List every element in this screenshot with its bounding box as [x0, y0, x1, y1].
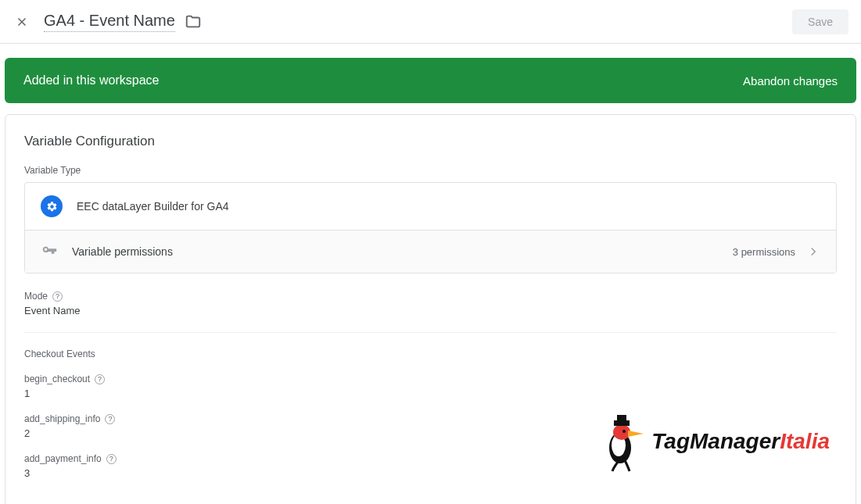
- variable-type-row[interactable]: EEC dataLayer Builder for GA4: [25, 183, 836, 231]
- variable-permissions-row[interactable]: Variable permissions 3 permissions: [25, 231, 836, 273]
- header: GA4 - Event Name Save: [0, 0, 861, 44]
- help-icon[interactable]: ?: [106, 454, 117, 464]
- svg-point-4: [613, 424, 630, 440]
- variable-type-label: Variable Type: [24, 165, 837, 176]
- watermark-logo: TagManagerItalia: [598, 410, 830, 473]
- mode-label: Mode: [24, 291, 48, 302]
- field-label: add_payment_info: [24, 453, 102, 464]
- key-icon: [41, 243, 58, 260]
- watermark-text2: Italia: [780, 429, 830, 453]
- variable-type-name: EEC dataLayer Builder for GA4: [77, 200, 229, 213]
- close-icon[interactable]: [13, 13, 31, 31]
- svg-point-8: [622, 430, 626, 433]
- field-value: 1: [24, 388, 837, 399]
- svg-rect-7: [617, 415, 626, 422]
- mode-value: Event Name: [24, 305, 837, 316]
- help-icon[interactable]: ?: [95, 374, 105, 384]
- permissions-label: Variable permissions: [72, 245, 173, 258]
- chevron-right-icon: [806, 245, 820, 259]
- svg-marker-5: [628, 431, 644, 437]
- checkout-events-label: Checkout Events: [24, 349, 837, 359]
- section-title: Variable Configuration: [24, 134, 837, 149]
- permissions-count: 3 permissions: [733, 246, 795, 258]
- save-button[interactable]: Save: [792, 9, 848, 34]
- workspace-banner: Added in this workspace Abandon changes: [5, 58, 856, 103]
- divider: [24, 332, 837, 333]
- variable-type-box: EEC dataLayer Builder for GA4 Variable p…: [24, 182, 837, 273]
- help-icon[interactable]: ?: [105, 414, 115, 424]
- banner-message: Added in this workspace: [23, 73, 159, 88]
- gear-icon: [41, 195, 63, 217]
- mode-field: Mode ? Event Name: [24, 291, 837, 316]
- folder-icon[interactable]: [185, 13, 202, 30]
- begin-checkout-field: begin_checkout ? 1: [24, 374, 837, 399]
- field-label: add_shipping_info: [24, 413, 100, 424]
- abandon-changes-button[interactable]: Abandon changes: [743, 74, 838, 88]
- field-label: begin_checkout: [24, 374, 90, 384]
- watermark-text1: TagManager: [651, 429, 780, 453]
- page-title[interactable]: GA4 - Event Name: [44, 12, 175, 32]
- help-icon[interactable]: ?: [52, 291, 63, 302]
- bird-icon: [598, 410, 645, 473]
